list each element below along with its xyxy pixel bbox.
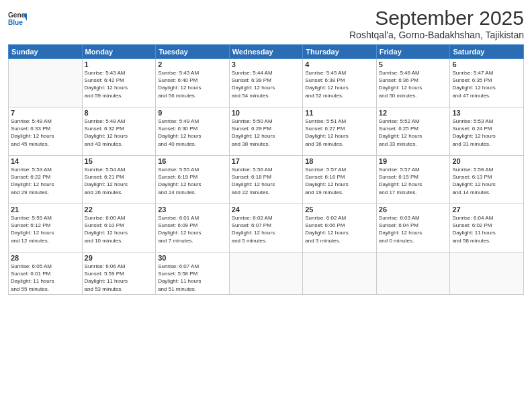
calendar-cell: 18Sunrise: 5:57 AM Sunset: 6:16 PM Dayli…	[303, 156, 377, 204]
calendar-cell	[9, 59, 83, 107]
location-title: Roshtqal'a, Gorno-Badakhshan, Tajikistan	[349, 30, 524, 40]
day-header-friday: Friday	[376, 45, 450, 59]
calendar-cell: 26Sunrise: 6:03 AM Sunset: 6:04 PM Dayli…	[376, 204, 450, 253]
calendar-cell: 25Sunrise: 6:02 AM Sunset: 6:06 PM Dayli…	[303, 204, 377, 253]
week-row-1: 7Sunrise: 5:48 AM Sunset: 6:33 PM Daylig…	[9, 107, 524, 156]
day-info: Sunrise: 6:05 AM Sunset: 6:01 PM Dayligh…	[11, 263, 80, 293]
day-number: 6	[452, 60, 521, 68]
week-row-4: 28Sunrise: 6:05 AM Sunset: 6:01 PM Dayli…	[9, 253, 524, 295]
day-number: 12	[379, 109, 448, 117]
calendar-cell: 17Sunrise: 5:56 AM Sunset: 6:18 PM Dayli…	[229, 156, 303, 204]
day-number: 23	[158, 205, 227, 214]
day-info: Sunrise: 5:54 AM Sunset: 6:21 PM Dayligh…	[85, 166, 154, 196]
day-number: 10	[232, 109, 301, 117]
week-row-3: 21Sunrise: 5:59 AM Sunset: 6:12 PM Dayli…	[9, 204, 524, 253]
calendar-cell: 1Sunrise: 5:43 AM Sunset: 6:42 PM Daylig…	[82, 59, 156, 107]
day-number: 27	[452, 205, 521, 214]
calendar-cell: 30Sunrise: 6:07 AM Sunset: 5:58 PM Dayli…	[156, 253, 230, 295]
day-info: Sunrise: 6:02 AM Sunset: 6:06 PM Dayligh…	[305, 214, 374, 244]
calendar-cell: 12Sunrise: 5:52 AM Sunset: 6:25 PM Dayli…	[376, 107, 450, 156]
day-info: Sunrise: 5:46 AM Sunset: 6:36 PM Dayligh…	[379, 69, 448, 99]
day-info: Sunrise: 5:53 AM Sunset: 6:24 PM Dayligh…	[452, 118, 521, 148]
day-info: Sunrise: 5:47 AM Sunset: 6:35 PM Dayligh…	[452, 69, 521, 99]
header: General Blue September 2025 Roshtqal'a, …	[8, 7, 524, 40]
day-number: 24	[232, 205, 301, 214]
day-header-thursday: Thursday	[303, 45, 377, 59]
day-number: 30	[158, 254, 227, 262]
calendar-cell: 5Sunrise: 5:46 AM Sunset: 6:36 PM Daylig…	[376, 59, 450, 107]
day-info: Sunrise: 5:50 AM Sunset: 6:29 PM Dayligh…	[232, 118, 301, 148]
day-number: 29	[85, 254, 154, 262]
day-number: 21	[11, 205, 80, 214]
calendar-cell: 13Sunrise: 5:53 AM Sunset: 6:24 PM Dayli…	[450, 107, 524, 156]
day-number: 19	[379, 157, 448, 165]
day-info: Sunrise: 5:52 AM Sunset: 6:25 PM Dayligh…	[379, 118, 448, 148]
week-row-2: 14Sunrise: 5:53 AM Sunset: 6:22 PM Dayli…	[9, 156, 524, 204]
day-info: Sunrise: 6:06 AM Sunset: 5:59 PM Dayligh…	[85, 263, 154, 293]
calendar-cell: 6Sunrise: 5:47 AM Sunset: 6:35 PM Daylig…	[450, 59, 524, 107]
day-info: Sunrise: 6:07 AM Sunset: 5:58 PM Dayligh…	[158, 263, 227, 293]
title-block: September 2025 Roshtqal'a, Gorno-Badakhs…	[349, 7, 524, 40]
calendar-body: 1Sunrise: 5:43 AM Sunset: 6:42 PM Daylig…	[9, 59, 524, 295]
calendar-cell: 9Sunrise: 5:49 AM Sunset: 6:30 PM Daylig…	[156, 107, 230, 156]
day-header-saturday: Saturday	[450, 45, 524, 59]
calendar-cell: 29Sunrise: 6:06 AM Sunset: 5:59 PM Dayli…	[82, 253, 156, 295]
day-number: 14	[11, 157, 80, 165]
day-info: Sunrise: 5:57 AM Sunset: 6:16 PM Dayligh…	[305, 166, 374, 196]
day-number: 28	[11, 254, 80, 262]
day-info: Sunrise: 5:45 AM Sunset: 6:38 PM Dayligh…	[305, 69, 374, 99]
day-info: Sunrise: 6:00 AM Sunset: 6:10 PM Dayligh…	[85, 214, 154, 244]
day-number: 13	[452, 109, 521, 117]
day-info: Sunrise: 5:48 AM Sunset: 6:32 PM Dayligh…	[85, 118, 154, 148]
month-title: September 2025	[349, 7, 524, 30]
day-info: Sunrise: 6:03 AM Sunset: 6:04 PM Dayligh…	[379, 214, 448, 244]
week-row-0: 1Sunrise: 5:43 AM Sunset: 6:42 PM Daylig…	[9, 59, 524, 107]
day-info: Sunrise: 5:59 AM Sunset: 6:12 PM Dayligh…	[11, 214, 80, 244]
day-header-wednesday: Wednesday	[229, 45, 303, 59]
day-info: Sunrise: 6:04 AM Sunset: 6:02 PM Dayligh…	[452, 214, 521, 244]
calendar-cell: 2Sunrise: 5:43 AM Sunset: 6:40 PM Daylig…	[156, 59, 230, 107]
day-header-monday: Monday	[82, 45, 156, 59]
day-info: Sunrise: 6:02 AM Sunset: 6:07 PM Dayligh…	[232, 214, 301, 244]
day-info: Sunrise: 5:56 AM Sunset: 6:18 PM Dayligh…	[232, 166, 301, 196]
calendar-cell	[303, 253, 377, 295]
day-number: 1	[85, 60, 154, 68]
day-number: 9	[158, 109, 227, 117]
calendar-cell: 14Sunrise: 5:53 AM Sunset: 6:22 PM Dayli…	[9, 156, 83, 204]
day-number: 4	[305, 60, 374, 68]
calendar-cell: 21Sunrise: 5:59 AM Sunset: 6:12 PM Dayli…	[9, 204, 83, 253]
day-info: Sunrise: 5:55 AM Sunset: 6:19 PM Dayligh…	[158, 166, 227, 196]
day-number: 3	[232, 60, 301, 68]
day-info: Sunrise: 6:01 AM Sunset: 6:09 PM Dayligh…	[158, 214, 227, 244]
day-info: Sunrise: 5:58 AM Sunset: 6:13 PM Dayligh…	[452, 166, 521, 196]
day-number: 16	[158, 157, 227, 165]
calendar-cell: 16Sunrise: 5:55 AM Sunset: 6:19 PM Dayli…	[156, 156, 230, 204]
day-number: 22	[85, 205, 154, 214]
calendar-cell: 4Sunrise: 5:45 AM Sunset: 6:38 PM Daylig…	[303, 59, 377, 107]
calendar-cell: 23Sunrise: 6:01 AM Sunset: 6:09 PM Dayli…	[156, 204, 230, 253]
day-number: 17	[232, 157, 301, 165]
calendar-cell: 11Sunrise: 5:51 AM Sunset: 6:27 PM Dayli…	[303, 107, 377, 156]
calendar-cell: 27Sunrise: 6:04 AM Sunset: 6:02 PM Dayli…	[450, 204, 524, 253]
day-number: 5	[379, 60, 448, 68]
calendar-cell	[376, 253, 450, 295]
day-info: Sunrise: 5:43 AM Sunset: 6:42 PM Dayligh…	[85, 69, 154, 99]
day-number: 18	[305, 157, 374, 165]
day-info: Sunrise: 5:57 AM Sunset: 6:15 PM Dayligh…	[379, 166, 448, 196]
day-header-sunday: Sunday	[9, 45, 83, 59]
calendar-cell: 10Sunrise: 5:50 AM Sunset: 6:29 PM Dayli…	[229, 107, 303, 156]
day-number: 8	[85, 109, 154, 117]
day-info: Sunrise: 5:44 AM Sunset: 6:39 PM Dayligh…	[232, 69, 301, 99]
calendar-cell: 28Sunrise: 6:05 AM Sunset: 6:01 PM Dayli…	[9, 253, 83, 295]
day-info: Sunrise: 5:51 AM Sunset: 6:27 PM Dayligh…	[305, 118, 374, 148]
calendar-cell: 24Sunrise: 6:02 AM Sunset: 6:07 PM Dayli…	[229, 204, 303, 253]
day-info: Sunrise: 5:43 AM Sunset: 6:40 PM Dayligh…	[158, 69, 227, 99]
day-number: 25	[305, 205, 374, 214]
day-number: 7	[11, 109, 80, 117]
logo: General Blue	[8, 9, 27, 28]
day-info: Sunrise: 5:48 AM Sunset: 6:33 PM Dayligh…	[11, 118, 80, 148]
calendar-cell: 20Sunrise: 5:58 AM Sunset: 6:13 PM Dayli…	[450, 156, 524, 204]
calendar-cell: 15Sunrise: 5:54 AM Sunset: 6:21 PM Dayli…	[82, 156, 156, 204]
calendar-cell: 22Sunrise: 6:00 AM Sunset: 6:10 PM Dayli…	[82, 204, 156, 253]
day-number: 26	[379, 205, 448, 214]
